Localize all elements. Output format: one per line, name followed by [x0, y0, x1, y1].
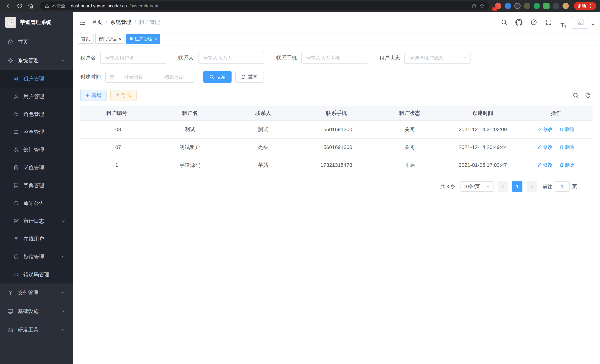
- sidebar-item-dept[interactable]: 部门管理: [0, 141, 73, 159]
- status-select-input[interactable]: [404, 52, 470, 64]
- col-actions: 操作: [519, 106, 593, 121]
- prev-page-button[interactable]: [497, 181, 508, 192]
- contact-input[interactable]: [198, 52, 264, 64]
- sidebar-item-notice[interactable]: 通知公告: [0, 195, 73, 212]
- book-icon: [13, 183, 19, 188]
- roles-icon: [13, 112, 19, 117]
- tab-home[interactable]: 首页: [78, 34, 94, 44]
- edit-link[interactable]: 修改: [537, 162, 553, 168]
- page-size-select[interactable]: 10条/页: [460, 181, 494, 192]
- extensions-puzzle-icon[interactable]: [553, 3, 559, 9]
- help-icon[interactable]: [527, 16, 540, 28]
- delete-link[interactable]: 删除: [559, 126, 575, 133]
- sidebar-item-label: 在线用户: [23, 235, 44, 243]
- edit-link[interactable]: 修改: [537, 126, 553, 133]
- edit-link-label: 修改: [543, 144, 553, 150]
- edit-link-label: 修改: [543, 126, 553, 133]
- export-button[interactable]: 导出: [110, 90, 137, 101]
- fullscreen-icon[interactable]: [542, 16, 555, 28]
- search-button[interactable]: 搜索: [203, 71, 232, 83]
- breadcrumb-system[interactable]: 系统管理: [110, 19, 131, 26]
- back-icon[interactable]: [4, 1, 13, 11]
- tab-dept[interactable]: 部门管理 ×: [95, 34, 124, 44]
- sidebar-item-payment[interactable]: ¥ 支付管理: [0, 283, 73, 302]
- search-icon[interactable]: [498, 16, 510, 28]
- sidebar-item-error-code[interactable]: 错误码管理: [0, 266, 73, 283]
- home-icon[interactable]: [26, 1, 36, 11]
- close-icon[interactable]: ×: [118, 36, 121, 41]
- table-refresh-icon[interactable]: [585, 92, 591, 99]
- sidebar-item-home[interactable]: 首页: [0, 33, 73, 51]
- browser-chrome: 不安全 dashboard.yudao.iocoder.cn /system/t…: [0, 0, 600, 12]
- reload-icon[interactable]: [15, 1, 25, 11]
- table-search-icon[interactable]: [572, 92, 579, 99]
- share-icon[interactable]: [472, 3, 477, 9]
- security-label[interactable]: 不安全: [52, 3, 65, 9]
- bookmark-star-icon[interactable]: [479, 3, 485, 9]
- sidebar-item-menu[interactable]: 菜单管理: [0, 123, 73, 141]
- caret-down-icon[interactable]: ▾: [592, 22, 594, 28]
- add-button[interactable]: 新增: [80, 90, 106, 101]
- extension-icon-3[interactable]: [514, 3, 521, 9]
- menu-list-icon: [13, 129, 19, 135]
- extension-icon-2[interactable]: [505, 3, 511, 9]
- sidebar-item-label: 角色管理: [23, 111, 44, 118]
- edit-link[interactable]: 修改: [537, 144, 553, 150]
- profile-avatar[interactable]: [562, 3, 569, 9]
- font-size-icon[interactable]: TT: [557, 16, 570, 28]
- date-range-picker[interactable]: 开始日期 - 结束日期: [105, 71, 194, 83]
- page-unit-label: 页: [572, 183, 577, 190]
- github-icon[interactable]: [513, 16, 525, 28]
- cell-tenant-name: 测试租户: [153, 138, 227, 156]
- delete-link[interactable]: 删除: [559, 162, 575, 168]
- sidebar-collapse-icon[interactable]: [79, 19, 86, 26]
- sidebar-item-dict[interactable]: 字典管理: [0, 177, 73, 195]
- delete-link[interactable]: 删除: [559, 144, 575, 150]
- search-button-label: 搜索: [216, 74, 225, 80]
- sidebar-item-post[interactable]: 岗位管理: [0, 159, 73, 177]
- browser-update-button[interactable]: 更新 ⋮: [574, 2, 596, 10]
- breadcrumb-separator: /: [106, 19, 107, 25]
- cell-tenant-id: 108: [80, 121, 153, 138]
- sidebar-item-audit-log[interactable]: 审计日志: [0, 212, 73, 230]
- page-number-1[interactable]: 1: [512, 181, 523, 192]
- logo-row[interactable]: 芋道管理系统: [0, 12, 73, 33]
- extension-icon-4[interactable]: [524, 3, 530, 9]
- breadcrumb-home[interactable]: 首页: [92, 19, 103, 26]
- phone-input[interactable]: [301, 52, 367, 64]
- delete-link-label: 删除: [565, 126, 575, 133]
- sidebar-item-infra[interactable]: 基础设施: [0, 302, 73, 321]
- cell-created: 2021-12-14 20:49:44: [446, 138, 519, 156]
- address-bar[interactable]: 不安全 dashboard.yudao.iocoder.cn /system/t…: [40, 1, 489, 10]
- extension-icon-6[interactable]: [543, 3, 550, 9]
- tab-tenant[interactable]: 租户管理 ×: [126, 34, 160, 44]
- breadcrumb: 首页 / 系统管理 / 租户管理: [92, 19, 160, 26]
- sidebar-item-system[interactable]: 系统管理: [0, 51, 73, 70]
- delete-link-label: 删除: [565, 162, 575, 168]
- extension-icon-1[interactable]: 10: [495, 3, 501, 9]
- goto-page-input[interactable]: [555, 181, 570, 192]
- reset-button[interactable]: 重置: [235, 71, 263, 83]
- user-avatar[interactable]: [572, 16, 589, 28]
- page-size-value: 10条/页: [463, 183, 480, 190]
- tenant-name-input[interactable]: [100, 52, 166, 64]
- status-select[interactable]: [404, 52, 470, 64]
- next-page-button[interactable]: [526, 181, 537, 192]
- tenant-users-icon: [13, 76, 19, 82]
- sidebar-item-sms[interactable]: 短信管理: [0, 248, 73, 266]
- sidebar-item-role[interactable]: 角色管理: [0, 105, 73, 123]
- sidebar-item-tenant[interactable]: 租户管理: [0, 70, 73, 88]
- status-label: 租户状态: [379, 54, 400, 61]
- col-tenant-id: 租户编号: [80, 106, 153, 121]
- toolbox-icon: [7, 327, 13, 333]
- browser-menu-icon[interactable]: ⋮: [588, 3, 593, 9]
- cell-contact: 秃头: [226, 138, 300, 156]
- sidebar-item-online-users[interactable]: 在线用户: [0, 230, 73, 248]
- date-end-placeholder: 结束日期: [158, 74, 190, 80]
- sidebar-item-user[interactable]: 用户管理: [0, 88, 73, 105]
- sidebar-item-devtools[interactable]: 研发工具: [0, 321, 73, 339]
- extension-icon-5[interactable]: [534, 3, 540, 9]
- close-icon[interactable]: ×: [154, 36, 157, 41]
- chevron-down-icon: [61, 219, 65, 223]
- sidebar-item-label: 系统管理: [18, 57, 38, 64]
